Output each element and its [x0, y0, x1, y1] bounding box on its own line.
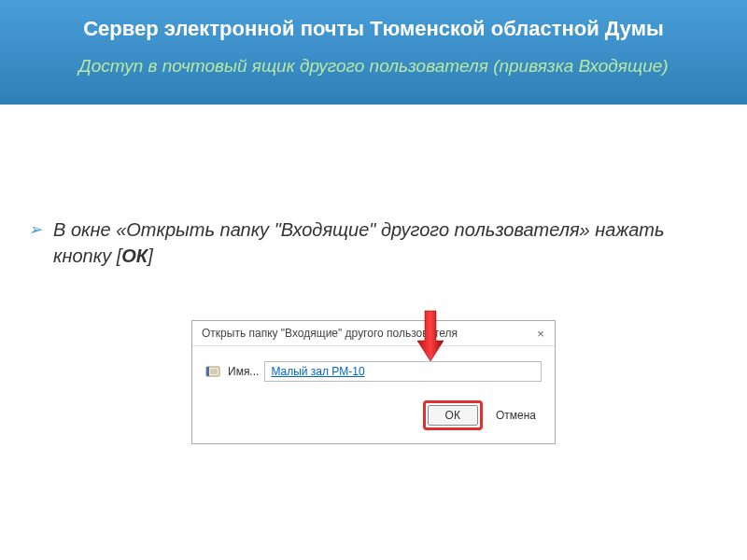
- close-icon[interactable]: ×: [534, 327, 547, 340]
- dialog-body: Имя... Малый зал РМ-10 ОК Отмена: [192, 346, 555, 443]
- ok-highlight-box: ОК: [423, 400, 483, 430]
- svg-rect-1: [206, 367, 209, 376]
- name-label[interactable]: Имя...: [228, 365, 259, 378]
- bullet-arrow-icon: ➢: [28, 218, 42, 242]
- name-row: Имя... Малый зал РМ-10: [205, 361, 542, 382]
- name-input[interactable]: Малый зал РМ-10: [264, 361, 542, 382]
- slide-content: ➢ В окне «Открыть папку "Входящие" друго…: [0, 105, 747, 472]
- dialog-title-bar: Открыть папку "Входящие" другого пользов…: [192, 321, 555, 346]
- addressbook-icon[interactable]: [205, 365, 222, 378]
- slide-header: Сервер электронной почты Тюменской облас…: [0, 0, 747, 105]
- instruction-text: В окне «Открыть папку "Входящие" другого…: [53, 217, 719, 269]
- dialog-screenshot: Открыть папку "Входящие" другого пользов…: [191, 320, 556, 444]
- open-inbox-dialog: Открыть папку "Входящие" другого пользов…: [191, 320, 556, 444]
- dialog-button-row: ОК Отмена: [205, 400, 542, 430]
- ok-button[interactable]: ОК: [428, 405, 478, 426]
- cancel-button[interactable]: Отмена: [490, 406, 542, 425]
- down-arrow-icon: [416, 309, 445, 363]
- instruction-bullet: ➢ В окне «Открыть папку "Входящие" друго…: [28, 217, 719, 269]
- slide-subtitle: Доступ в почтовый ящик другого пользоват…: [19, 56, 728, 77]
- slide-title: Сервер электронной почты Тюменской облас…: [19, 17, 728, 41]
